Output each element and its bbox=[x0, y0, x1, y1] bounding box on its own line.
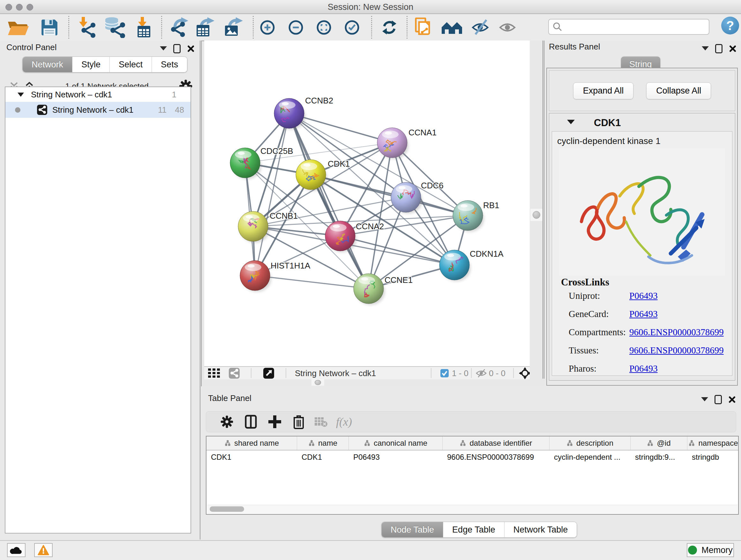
apply-layout-button[interactable] bbox=[381, 19, 398, 36]
column-header-database-identifier[interactable]: database identifier bbox=[443, 436, 549, 450]
table-cell[interactable]: stringdb bbox=[687, 450, 739, 464]
network-view-canvas[interactable]: CCNB2CCNA1CDC25BCDK1CDC6RB1CCNB1CCNA2CDK… bbox=[204, 41, 530, 366]
crosslink-link[interactable]: 9606.ENSP00000378699 bbox=[629, 345, 724, 356]
export-image-button[interactable] bbox=[224, 17, 243, 38]
crosshair-icon bbox=[519, 367, 531, 379]
import-network-database-button[interactable] bbox=[105, 17, 126, 38]
warnings-button[interactable] bbox=[34, 543, 53, 557]
import-database-icon bbox=[105, 17, 126, 38]
search-input[interactable] bbox=[565, 22, 709, 32]
close-panel-icon[interactable] bbox=[728, 395, 736, 403]
zoom-in-button[interactable] bbox=[260, 20, 275, 35]
panel-menu-icon[interactable] bbox=[702, 46, 709, 54]
zoom-selected-button[interactable] bbox=[345, 20, 359, 35]
show-columns-button[interactable] bbox=[245, 415, 257, 429]
open-session-button[interactable] bbox=[6, 18, 30, 37]
expand-all-button[interactable]: Expand All bbox=[573, 82, 634, 99]
tab-network[interactable]: Network bbox=[23, 57, 72, 72]
table-settings-button[interactable] bbox=[220, 415, 233, 428]
svg-text:HIST1H1A: HIST1H1A bbox=[271, 261, 311, 270]
tab-style[interactable]: Style bbox=[72, 57, 110, 72]
import-network-file-button[interactable] bbox=[77, 17, 97, 38]
selected-checkbox[interactable] bbox=[441, 369, 449, 377]
export-network-button[interactable] bbox=[170, 17, 190, 38]
cloud-status-button[interactable] bbox=[7, 543, 25, 557]
gene-description: cyclin-dependent kinase 1 bbox=[552, 132, 732, 146]
close-panel-icon[interactable] bbox=[729, 45, 737, 52]
network-graph[interactable]: CCNB2CCNA1CDC25BCDK1CDC6RB1CCNB1CCNA2CDK… bbox=[204, 41, 530, 366]
panel-menu-icon[interactable] bbox=[160, 46, 167, 54]
delete-column-button[interactable] bbox=[293, 415, 305, 429]
memory-button[interactable]: Memory bbox=[687, 543, 734, 557]
table-cell[interactable]: CDK1 bbox=[206, 450, 297, 464]
table-cell[interactable]: 9606.ENSP00000378699 bbox=[443, 450, 549, 464]
float-panel-icon[interactable] bbox=[173, 44, 181, 53]
zoom-out-button[interactable] bbox=[288, 20, 303, 35]
birds-eye-grid-button[interactable] bbox=[208, 368, 220, 378]
zoom-selected-icon bbox=[345, 20, 359, 35]
table-type-tabs: Node TableEdge TableNetwork Table bbox=[381, 522, 577, 538]
cytoscape-window: Session: New Session bbox=[0, 0, 741, 560]
table-cell[interactable]: P06493 bbox=[349, 450, 443, 464]
tab-node-table[interactable]: Node Table bbox=[382, 522, 443, 537]
home-button[interactable] bbox=[441, 20, 463, 35]
column-header-namespace[interactable]: namespace bbox=[687, 436, 739, 450]
network-collection-row[interactable]: String Network – cdk1 1 bbox=[5, 87, 191, 102]
float-panel-icon[interactable] bbox=[715, 44, 723, 53]
main-toolbar: ? bbox=[0, 14, 741, 41]
create-column-button[interactable] bbox=[268, 415, 281, 429]
save-session-button[interactable] bbox=[40, 18, 59, 37]
gene-section-header[interactable]: CDK1 bbox=[549, 113, 735, 131]
collection-expander-icon[interactable] bbox=[17, 92, 24, 100]
refresh-icon bbox=[381, 19, 398, 36]
close-panel-icon[interactable] bbox=[187, 45, 195, 52]
expand-collapse-box: Expand All Collapse All bbox=[549, 70, 735, 111]
tab-edge-table[interactable]: Edge Table bbox=[443, 522, 504, 537]
crosslink-link[interactable]: 9606.ENSP00000378699 bbox=[629, 327, 724, 337]
import-table-file-button[interactable] bbox=[135, 17, 153, 38]
crosslink-link[interactable]: P06493 bbox=[629, 363, 658, 374]
hidden-toggle[interactable] bbox=[475, 368, 487, 378]
network-overview-button[interactable] bbox=[228, 368, 241, 379]
table-cell[interactable]: stringdb:9... bbox=[630, 450, 687, 464]
tab-network-table[interactable]: Network Table bbox=[504, 522, 577, 537]
horizontal-splitter-handle[interactable] bbox=[312, 379, 324, 386]
column-header-@id[interactable]: @id bbox=[630, 436, 687, 450]
crosslink-row: Tissues:9606.ENSP00000378699 bbox=[569, 345, 732, 356]
splitter-handle[interactable] bbox=[530, 209, 542, 221]
crosslink-link[interactable]: P06493 bbox=[629, 309, 658, 319]
crosslink-link[interactable]: P06493 bbox=[629, 291, 658, 301]
crosslink-label: Tissues: bbox=[569, 345, 629, 356]
table-horizontal-scrollbar[interactable] bbox=[207, 505, 738, 513]
footer-network-name: String Network – cdk1 bbox=[295, 368, 376, 378]
network-row-selected[interactable]: String Network – cdk1 11 48 bbox=[5, 102, 191, 118]
open-in-window-button[interactable] bbox=[263, 368, 274, 379]
fit-content-button[interactable] bbox=[317, 20, 331, 35]
tab-select[interactable]: Select bbox=[110, 57, 152, 72]
column-header-shared-name[interactable]: shared name bbox=[206, 436, 297, 450]
search-field[interactable] bbox=[548, 19, 710, 35]
table-cell[interactable]: CDK1 bbox=[297, 450, 349, 464]
string-results-container: Expand All Collapse All CDK1 cyclin-depe… bbox=[546, 68, 738, 386]
hide-graphics-details-button[interactable] bbox=[471, 19, 490, 36]
collapse-all-button[interactable]: Collapse All bbox=[646, 82, 711, 99]
panel-menu-icon[interactable] bbox=[701, 397, 708, 405]
export-table-button[interactable] bbox=[195, 17, 214, 38]
column-header-canonical-name[interactable]: canonical name bbox=[349, 436, 443, 450]
gene-section: CDK1 cyclin-dependent kinase 1 bbox=[549, 113, 735, 381]
column-header-name[interactable]: name bbox=[297, 436, 349, 450]
section-expander-icon[interactable] bbox=[567, 120, 575, 128]
table-cell[interactable]: cyclin-dependent ... bbox=[549, 450, 630, 464]
crosslink-label: GeneCard: bbox=[569, 309, 629, 319]
tab-sets[interactable]: Sets bbox=[152, 57, 187, 72]
scrollbar-thumb[interactable] bbox=[210, 506, 244, 512]
table-body: CDK1CDK1P064939606.ENSP00000378699cyclin… bbox=[206, 450, 738, 464]
table-row[interactable]: CDK1CDK1P064939606.ENSP00000378699cyclin… bbox=[206, 450, 738, 464]
help-button[interactable]: ? bbox=[721, 17, 739, 35]
show-graphics-details-button[interactable] bbox=[498, 20, 516, 35]
documents-button[interactable] bbox=[414, 17, 433, 37]
float-panel-icon[interactable] bbox=[715, 395, 722, 404]
fit-selected-button[interactable] bbox=[519, 367, 531, 379]
column-header-description[interactable]: description bbox=[549, 436, 630, 450]
footer-separator bbox=[471, 368, 472, 378]
